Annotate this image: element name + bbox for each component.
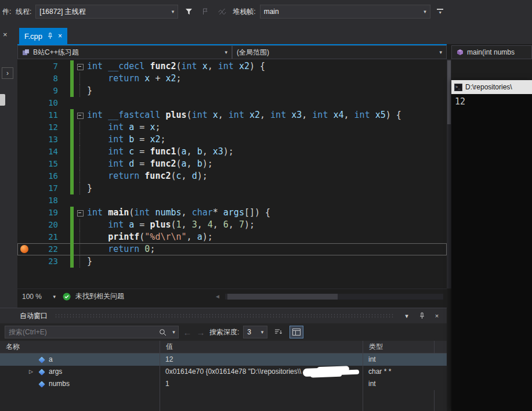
autos-panel: 自动窗口 ▾ × ▾ ← → 搜索深度: 3 ▾: [0, 308, 447, 411]
breakpoint-margin[interactable]: [17, 121, 31, 134]
search-depth-combo[interactable]: 3 ▾: [243, 326, 267, 338]
fold-collapse-icon[interactable]: [77, 207, 84, 219]
autos-row[interactable]: a12int: [0, 354, 447, 366]
zoom-control[interactable]: 100 % ▾: [20, 291, 58, 302]
code-line[interactable]: 22 return 0;: [17, 243, 447, 255]
console-title-bar[interactable]: D:\repositories\: [451, 80, 532, 94]
breakpoint-margin[interactable]: [17, 255, 31, 268]
breakpoint-margin[interactable]: [17, 219, 31, 231]
change-tracking-bar: [70, 170, 74, 182]
breakpoint-margin[interactable]: [17, 231, 31, 243]
format-values-toggle-icon[interactable]: [289, 326, 303, 338]
window-position-icon[interactable]: ▾: [401, 312, 412, 320]
scope-combo[interactable]: (全局范围) ▾: [232, 45, 447, 59]
chevron-down-icon[interactable]: ▾: [53, 294, 56, 300]
document-tab-bar: F.cpp ×: [17, 23, 532, 44]
breakpoint-margin[interactable]: [17, 170, 31, 182]
autos-row[interactable]: ▷args0x01614e70 {0x01614e78 "D:\\reposit…: [0, 366, 447, 378]
pin-icon[interactable]: [417, 312, 427, 319]
expand-toggle-icon[interactable]: ▷: [29, 366, 38, 378]
scrollbar-thumb[interactable]: [227, 294, 338, 300]
code-line[interactable]: 23}: [17, 255, 447, 268]
breakpoint-margin[interactable]: [17, 182, 31, 194]
thread-combo[interactable]: [16872] 主线程 ▾: [35, 5, 178, 19]
code-line[interactable]: 8 return x + x2;: [17, 73, 447, 85]
code-line[interactable]: 7int __cdecl func2(int x, int x2) {: [17, 60, 447, 73]
stack-frame-label: 堆栈帧:: [233, 7, 255, 17]
search-forward-icon[interactable]: →: [196, 327, 205, 337]
sort-icon[interactable]: [272, 326, 285, 338]
chevron-down-icon[interactable]: ▾: [439, 49, 442, 55]
search-box[interactable]: ▾: [5, 326, 179, 338]
change-tracking-bar: [70, 121, 74, 134]
tab-close-icon[interactable]: ×: [58, 32, 62, 40]
toolbar-overflow-icon[interactable]: ▾: [436, 9, 445, 15]
breakpoint-margin[interactable]: [17, 85, 31, 97]
chevron-down-icon[interactable]: ▾: [168, 9, 175, 15]
breakpoint-margin[interactable]: [17, 158, 31, 170]
code-line[interactable]: 20 int a = plus(1, 3, 4, 6, 7);: [17, 219, 447, 231]
tab-fcpp[interactable]: F.cpp ×: [19, 28, 67, 44]
code-line[interactable]: 9}: [17, 85, 447, 97]
member-combo[interactable]: main(int numbs: [451, 45, 532, 59]
breakpoint-margin[interactable]: [17, 134, 31, 146]
code-line[interactable]: 11int __fastcall plus(int x, int x2, int…: [17, 109, 447, 121]
search-icon[interactable]: [155, 329, 169, 336]
column-header-type[interactable]: 类型: [363, 341, 434, 353]
autos-row[interactable]: numbs1int: [0, 378, 447, 390]
autos-title-bar[interactable]: 自动窗口 ▾ ×: [0, 308, 447, 323]
breakpoint-margin[interactable]: [17, 73, 31, 85]
breakpoint-icon[interactable]: [20, 245, 28, 253]
breakpoint-margin[interactable]: [17, 146, 31, 158]
code-line[interactable]: 21 printf("%d\r\n", a);: [17, 231, 447, 243]
tab-pin-icon[interactable]: [47, 33, 53, 39]
project-combo[interactable]: B站C++练习题 ▾: [17, 45, 232, 59]
stack-frame-combo[interactable]: main ▾: [260, 5, 430, 19]
chevron-down-icon[interactable]: ▾: [420, 9, 426, 15]
code-line[interactable]: 15 int d = func2(a, b);: [17, 158, 447, 170]
breakpoint-margin[interactable]: [17, 243, 31, 255]
code-line[interactable]: 14 int c = func1(a, b, x3);: [17, 146, 447, 158]
code-line[interactable]: 12 int a = x;: [17, 121, 447, 134]
change-tracking-bar: [70, 85, 74, 97]
drag-handle[interactable]: [55, 313, 395, 318]
code-line[interactable]: 18: [17, 194, 447, 207]
editor-vertical-scrollbar[interactable]: [447, 59, 451, 289]
chevron-down-icon[interactable]: ▾: [225, 49, 227, 55]
flagged-threads-icon[interactable]: [199, 5, 212, 18]
horizontal-scrollbar[interactable]: [225, 294, 443, 300]
breakpoint-margin[interactable]: [17, 60, 31, 73]
panel-close-icon[interactable]: ×: [432, 312, 442, 319]
change-tracking-bar: [70, 158, 74, 170]
column-header-value[interactable]: 值: [160, 341, 363, 353]
search-back-icon[interactable]: ←: [183, 327, 192, 337]
fold-collapse-icon[interactable]: [77, 60, 84, 73]
variable-icon: [38, 381, 45, 387]
chevron-down-icon[interactable]: ▾: [258, 329, 264, 335]
code-line[interactable]: 17}: [17, 182, 447, 194]
hscroll-left-icon[interactable]: ◄: [215, 293, 220, 300]
expand-panel-icon[interactable]: ›: [2, 67, 13, 79]
code-line[interactable]: 19int main(int numbs, char* args[]) {: [17, 207, 447, 219]
breakpoint-margin[interactable]: [17, 109, 31, 121]
search-input[interactable]: [5, 328, 155, 336]
editor-status-row: 100 % ▾ 未找到相关问题 ◄: [17, 289, 447, 304]
code-editor[interactable]: 7int __cdecl func2(int x, int x2) {8 ret…: [17, 59, 447, 289]
filter-threads-icon[interactable]: [182, 5, 195, 18]
vs-debugger-window: 件: 线程: [16872] 主线程 ▾ 堆栈帧: main ▾ ▾ × ›: [0, 0, 532, 411]
code-text: int c = func1(a, b, x3);: [84, 146, 447, 158]
collapsed-tool-tab[interactable]: [0, 94, 5, 106]
breakpoint-margin[interactable]: [17, 194, 31, 207]
scrollbar-thumb[interactable]: [447, 60, 451, 124]
breakpoint-margin[interactable]: [17, 207, 31, 219]
fold-collapse-icon[interactable]: [77, 109, 84, 121]
breakpoint-margin[interactable]: [17, 97, 31, 109]
suspend-threads-icon[interactable]: [216, 5, 229, 18]
code-line[interactable]: 13 int b = x2;: [17, 134, 447, 146]
search-options-chevron-icon[interactable]: ▾: [169, 329, 178, 335]
column-header-name[interactable]: 名称: [0, 341, 160, 353]
console-window[interactable]: D:\repositories\ 12: [451, 80, 532, 411]
close-icon[interactable]: ×: [3, 30, 8, 39]
code-line[interactable]: 16 return func2(c, d);: [17, 170, 447, 182]
code-line[interactable]: 10: [17, 97, 447, 109]
